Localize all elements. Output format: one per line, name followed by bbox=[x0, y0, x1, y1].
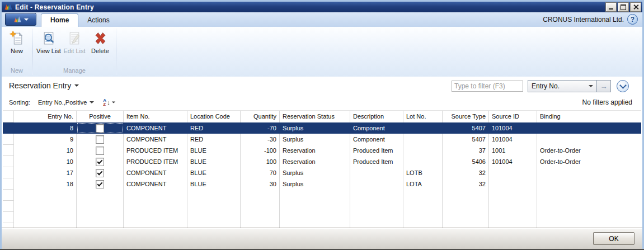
cell-source_type[interactable]: 37 bbox=[443, 145, 489, 156]
column-header-entry_no[interactable]: Entry No. bbox=[14, 111, 77, 122]
column-header-item_no[interactable]: Item No. bbox=[124, 111, 187, 122]
table-row[interactable]: 9COMPONENTRED-30SurplusComponent54071010… bbox=[3, 134, 641, 145]
cell-entry_no[interactable]: 9 bbox=[14, 134, 77, 145]
table-row[interactable]: 8COMPONENTRED-70SurplusComponent54071010… bbox=[3, 122, 641, 134]
cell-binding[interactable] bbox=[537, 122, 641, 134]
table-row[interactable]: 18COMPONENTBLUE30SurplusLOTA32 bbox=[3, 178, 641, 190]
column-header-quantity[interactable]: Quantity bbox=[241, 111, 280, 122]
cell-binding[interactable] bbox=[537, 178, 641, 190]
cell-quantity[interactable]: 30 bbox=[241, 178, 280, 190]
positive-checkbox[interactable] bbox=[96, 135, 104, 144]
minimize-button[interactable] bbox=[605, 2, 617, 12]
cell-positive[interactable] bbox=[77, 156, 124, 167]
tab-home[interactable]: Home bbox=[41, 13, 78, 27]
positive-checkbox[interactable] bbox=[96, 180, 104, 188]
help-button[interactable]: ? bbox=[627, 14, 638, 25]
cell-item_no[interactable]: COMPONENT bbox=[124, 122, 187, 134]
cell-lot_no[interactable] bbox=[403, 156, 443, 167]
cell-reservation_status[interactable]: Surplus bbox=[280, 178, 350, 190]
cell-description[interactable]: Component bbox=[350, 134, 403, 145]
cell-entry_no[interactable]: 18 bbox=[14, 178, 77, 190]
cell-quantity[interactable]: 70 bbox=[241, 167, 280, 178]
cell-location_code[interactable]: BLUE bbox=[187, 178, 241, 190]
cell-location_code[interactable]: BLUE bbox=[187, 167, 241, 178]
new-button[interactable]: New bbox=[4, 30, 30, 54]
positive-checkbox[interactable] bbox=[96, 169, 104, 177]
cell-reservation_status[interactable]: Surplus bbox=[280, 122, 350, 134]
cell-source_id[interactable] bbox=[489, 178, 537, 190]
cell-source_id[interactable]: 101004 bbox=[489, 122, 537, 134]
sorting-value-dropdown[interactable]: Entry No.,Positive bbox=[38, 99, 94, 106]
positive-checkbox[interactable] bbox=[96, 124, 104, 133]
cell-positive[interactable] bbox=[77, 122, 124, 134]
cell-source_id[interactable]: 101004 bbox=[489, 156, 537, 167]
column-header-lot_no[interactable]: Lot No. bbox=[403, 111, 443, 122]
column-header-source_type[interactable]: Source Type bbox=[443, 111, 489, 122]
close-button[interactable] bbox=[630, 2, 641, 12]
cell-description[interactable]: Produced Item bbox=[350, 145, 403, 156]
cell-entry_no[interactable]: 10 bbox=[14, 156, 77, 167]
row-selector[interactable] bbox=[3, 145, 14, 156]
positive-checkbox[interactable] bbox=[96, 147, 104, 155]
cell-quantity[interactable]: -30 bbox=[241, 134, 280, 145]
cell-entry_no[interactable]: 10 bbox=[14, 145, 77, 156]
cell-source_type[interactable]: 5407 bbox=[443, 134, 489, 145]
cell-lot_no[interactable]: LOTA bbox=[403, 178, 443, 190]
row-selector[interactable] bbox=[3, 156, 14, 167]
cell-description[interactable]: Component bbox=[350, 122, 403, 134]
cell-source_id[interactable] bbox=[489, 167, 537, 178]
cell-positive[interactable] bbox=[77, 145, 124, 156]
application-menu-button[interactable] bbox=[5, 13, 36, 26]
cell-description[interactable] bbox=[350, 167, 403, 178]
table-row[interactable]: 10PRODUCED ITEMBLUE100ReservationProduce… bbox=[3, 156, 641, 167]
cell-source_type[interactable]: 32 bbox=[443, 167, 489, 178]
cell-entry_no[interactable]: 8 bbox=[14, 122, 77, 134]
row-selector[interactable] bbox=[3, 167, 14, 178]
cell-lot_no[interactable] bbox=[403, 145, 443, 156]
maximize-button[interactable] bbox=[618, 2, 629, 12]
filter-column-select[interactable]: Entry No. bbox=[528, 80, 597, 92]
cell-lot_no[interactable]: LOTB bbox=[403, 167, 443, 178]
row-selector[interactable] bbox=[3, 122, 14, 134]
table-row[interactable]: 10PRODUCED ITEMBLUE-100ReservationProduc… bbox=[3, 145, 641, 156]
cell-location_code[interactable]: RED bbox=[187, 122, 241, 134]
sort-order-button[interactable]: A Z ↓ bbox=[103, 98, 115, 106]
cell-lot_no[interactable] bbox=[403, 122, 443, 134]
cell-source_type[interactable]: 32 bbox=[443, 178, 489, 190]
column-header-source_id[interactable]: Source ID bbox=[489, 111, 537, 122]
view-list-button[interactable]: View List bbox=[36, 30, 62, 54]
cell-quantity[interactable]: 100 bbox=[241, 156, 280, 167]
cell-description[interactable] bbox=[350, 178, 403, 190]
cell-item_no[interactable]: PRODUCED ITEM bbox=[124, 145, 187, 156]
cell-reservation_status[interactable]: Reservation bbox=[280, 156, 350, 167]
cell-item_no[interactable]: COMPONENT bbox=[124, 134, 187, 145]
cell-description[interactable]: Produced Item bbox=[350, 156, 403, 167]
cell-positive[interactable] bbox=[77, 178, 124, 190]
cell-reservation_status[interactable]: Surplus bbox=[280, 134, 350, 145]
cell-reservation_status[interactable]: Reservation bbox=[280, 145, 350, 156]
filter-input[interactable] bbox=[452, 81, 523, 92]
column-header-binding[interactable]: Binding bbox=[537, 111, 641, 122]
cell-reservation_status[interactable]: Surplus bbox=[280, 167, 350, 178]
cell-entry_no[interactable]: 17 bbox=[14, 167, 77, 178]
cell-quantity[interactable]: -100 bbox=[241, 145, 280, 156]
cell-positive[interactable] bbox=[77, 134, 124, 145]
apply-filter-button[interactable]: → bbox=[597, 80, 611, 92]
ok-button[interactable]: OK bbox=[593, 232, 634, 245]
cell-positive[interactable] bbox=[77, 167, 124, 178]
column-header-positive[interactable]: Positive bbox=[77, 111, 124, 122]
tab-actions[interactable]: Actions bbox=[78, 14, 118, 27]
table-row[interactable]: 17COMPONENTBLUE70SurplusLOTB32 bbox=[3, 167, 641, 178]
cell-binding[interactable] bbox=[537, 134, 641, 145]
cell-source_id[interactable]: 1001 bbox=[489, 145, 537, 156]
cell-location_code[interactable]: RED bbox=[187, 134, 241, 145]
delete-button[interactable]: Delete bbox=[87, 30, 113, 54]
cell-item_no[interactable]: COMPONENT bbox=[124, 178, 187, 190]
row-selector[interactable] bbox=[3, 178, 14, 190]
column-header-reservation_status[interactable]: Reservation Status bbox=[280, 111, 350, 122]
cell-binding[interactable] bbox=[537, 167, 641, 178]
cell-source_id[interactable]: 101004 bbox=[489, 134, 537, 145]
cell-location_code[interactable]: BLUE bbox=[187, 145, 241, 156]
positive-checkbox[interactable] bbox=[96, 158, 104, 166]
cell-binding[interactable]: Order-to-Order bbox=[537, 156, 641, 167]
